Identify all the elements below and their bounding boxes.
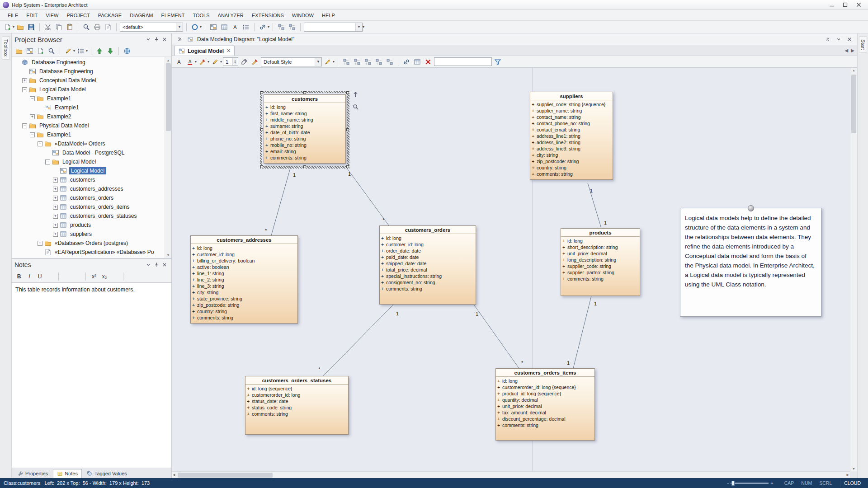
scroll-up-icon[interactable]: ▲ [851,68,856,73]
class-customers-addresses[interactable]: customers_addresses+id: long+customer_id… [190,235,298,324]
collapse-icon[interactable]: − [38,141,42,146]
notes-text-area[interactable]: This table records information about cus… [12,282,171,468]
tree-item-customers-orders[interactable]: +customers_orders [12,193,165,202]
menu-package[interactable]: PACKAGE [94,11,126,19]
scroll-down-icon[interactable]: ▼ [851,466,856,471]
insert-table-button[interactable] [219,22,229,32]
tab-nav-left-icon[interactable]: ◀ [845,48,849,53]
new-diagram-button[interactable] [25,46,35,56]
expand-icon[interactable]: + [53,196,58,201]
canvas-vertical-scrollbar[interactable]: ▲ ▼ [850,68,857,471]
align-top-button[interactable] [363,57,373,67]
menu-tools[interactable]: TOOLS [189,11,213,19]
tab-notes[interactable]: Notes [53,469,82,478]
tree-item-example1[interactable]: Example1 [12,103,165,112]
same-size-button[interactable] [385,57,395,67]
open-button[interactable] [15,22,25,32]
tree-item-database-engineering[interactable]: Database Engineering [12,58,165,67]
numbered-list-button[interactable]: 123 [73,272,82,281]
tree-item-example1[interactable]: −Example1 [12,94,165,103]
close-button[interactable] [852,1,865,9]
insert-document-button[interactable] [127,272,136,281]
tree-item-suppliers[interactable]: +suppliers [12,230,165,239]
zoom-icon[interactable] [353,104,359,110]
tree-scrollbar[interactable]: ▲ ▼ [165,57,171,258]
close-icon[interactable] [845,35,854,43]
menu-analyzer[interactable]: ANALYZER [214,11,248,19]
collapse-icon[interactable]: − [22,87,27,92]
expand-icon[interactable]: + [53,205,58,210]
filter-button[interactable] [493,57,503,67]
collapse-icon[interactable]: − [45,160,50,164]
expand-icon[interactable]: + [53,214,58,219]
search-button[interactable] [81,22,91,32]
class-products[interactable]: products+id: long+short_description: str… [561,228,640,296]
edit-button[interactable] [63,46,73,56]
expand-icon[interactable]: + [53,178,58,183]
tree-item-database-engineering[interactable]: Database Engineering [12,67,165,76]
new-element-button[interactable] [36,46,46,56]
class-customers[interactable]: customers+id: long+first_name: string+mi… [264,94,346,164]
new-button[interactable] [3,22,13,32]
italic-button[interactable]: I [25,272,34,281]
menu-view[interactable]: VIEW [42,11,62,19]
tab-logical-model[interactable]: Logical Model ✕ [175,46,235,56]
frame-button[interactable] [287,22,297,32]
tree-item-customers-orders-statuses[interactable]: +customers_orders_statuses [12,211,165,221]
menu-extensions[interactable]: EXTENSIONS [248,11,288,19]
expand-icon[interactable]: + [30,114,35,119]
font-color-button[interactable]: A [185,57,195,67]
connector-line[interactable] [323,305,393,376]
connector-line[interactable] [573,296,591,368]
cut-button[interactable] [43,22,53,32]
scrollbar-thumb[interactable] [166,63,171,131]
new-diagram-button[interactable] [208,22,218,32]
delete-button[interactable] [423,57,433,67]
save-button[interactable] [26,22,36,32]
subscript-button[interactable]: x₂ [100,272,109,281]
menu-diagram[interactable]: DIAGRAM [126,11,157,19]
scroll-left-icon[interactable]: ◀ [172,472,176,478]
link-button[interactable] [258,22,268,32]
tree-item-datamodel-orders[interactable]: −«DataModel» Orders [12,139,165,148]
tab-properties[interactable]: Properties [14,469,52,478]
new-package-button[interactable] [14,46,24,56]
tree-item-data-model-postgresql[interactable]: Data Model - PostgreSQL [12,148,165,157]
superscript-button[interactable]: x² [90,272,99,281]
print-preview-button[interactable] [103,22,113,32]
tree-item-conceptual-data-model[interactable]: +Conceptual Data Model [12,76,165,85]
double-chevron-right-icon[interactable] [175,35,184,43]
pin-icon[interactable] [152,261,160,269]
menu-edit[interactable]: EDIT [22,11,42,19]
chevron-down-icon[interactable] [144,35,152,43]
default-style-combobox[interactable]: <default> ▼ [120,23,183,32]
close-icon[interactable] [160,35,169,43]
class-customers-orders-items[interactable]: customers_orders_items+id: long+customer… [495,368,595,441]
scroll-right-icon[interactable]: ▶ [846,472,850,478]
zoom-slider[interactable] [731,483,769,484]
grid-button[interactable] [412,57,422,67]
menu-project[interactable]: PROJECT [62,11,94,19]
tree-item-customers-orders-items[interactable]: +customers_orders_items [12,202,165,211]
menu-window[interactable]: WINDOW [288,11,318,19]
zoom-slider-thumb[interactable] [731,481,735,486]
menu-file[interactable]: FILE [4,11,22,19]
scroll-up-icon[interactable]: ▲ [167,57,170,63]
line-color-button[interactable] [210,57,220,67]
diagram-canvas[interactable]: 1 * 1 * 1 1 1 * 1 * 1 1 [172,68,850,471]
collapse-icon[interactable]: − [30,132,35,137]
spinner-down-icon[interactable]: ▼ [233,62,237,64]
text-button[interactable]: A [230,22,240,32]
diagram-filter-input[interactable] [434,57,492,66]
tree-item-logical-model[interactable]: −Logical Model [12,157,165,166]
collapse-up-icon[interactable] [824,35,832,43]
zoom-in-button[interactable]: + [770,480,773,486]
align-button[interactable] [276,22,286,32]
connector-line[interactable] [474,305,519,368]
start-tab[interactable]: Start [859,36,867,53]
zoom-out-button[interactable]: - [727,480,729,486]
minimize-button[interactable] [825,1,838,9]
connector-line[interactable] [346,167,389,225]
close-icon[interactable] [160,261,169,269]
list-button[interactable] [241,22,251,32]
